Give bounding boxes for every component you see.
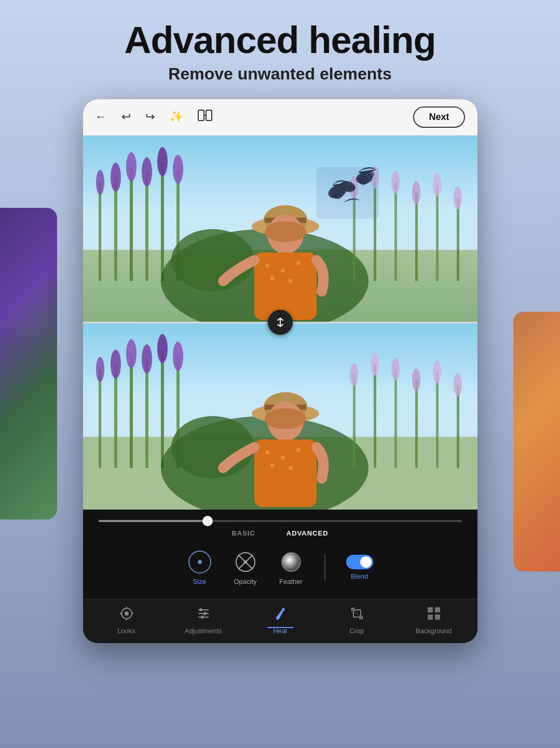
svg-point-23 — [265, 221, 306, 242]
tool-options: Size Opacity — [93, 545, 467, 594]
tool-divider — [324, 554, 325, 580]
blend-toggle[interactable] — [346, 555, 373, 569]
page-title: Advanced healing — [124, 21, 435, 60]
svg-point-106 — [282, 608, 285, 611]
image-before — [83, 136, 477, 323]
tool-opacity[interactable]: Opacity — [233, 550, 258, 585]
svg-point-27 — [296, 261, 301, 265]
svg-point-11 — [111, 163, 121, 192]
looks-label: Looks — [117, 627, 135, 635]
svg-point-28 — [270, 276, 275, 280]
toolbar-left: ← ↩ ↪ ✨ — [95, 110, 212, 124]
svg-rect-109 — [428, 607, 433, 612]
title-area: Advanced healing Remove unwanted element… — [93, 0, 467, 94]
svg-point-95 — [125, 611, 129, 616]
svg-rect-112 — [435, 615, 440, 620]
svg-point-93 — [282, 553, 301, 571]
svg-rect-80 — [415, 380, 418, 468]
svg-point-62 — [173, 342, 183, 371]
svg-rect-55 — [161, 349, 164, 468]
svg-point-76 — [289, 466, 293, 470]
slider-fill — [99, 520, 208, 522]
app-frame: ← ↩ ↪ ✨ Next — [83, 99, 477, 643]
size-label: Size — [193, 578, 206, 585]
tool-blend[interactable]: Blend — [346, 555, 373, 580]
svg-rect-6 — [130, 167, 133, 281]
svg-rect-57 — [99, 369, 101, 468]
svg-point-83 — [350, 363, 358, 386]
main-content: Advanced healing Remove unwanted element… — [0, 0, 560, 643]
nav-heal[interactable]: Heal — [259, 606, 301, 635]
svg-point-63 — [96, 357, 104, 382]
tab-advanced[interactable]: ADVANCED — [286, 529, 329, 537]
svg-rect-0 — [198, 110, 204, 121]
svg-rect-10 — [99, 182, 101, 281]
svg-rect-53 — [130, 354, 133, 468]
toolbar: ← ↩ ↪ ✨ Next — [83, 99, 477, 136]
svg-point-18 — [171, 229, 254, 291]
comparison-divider — [83, 322, 477, 323]
svg-point-15 — [173, 155, 183, 184]
background-icon — [426, 606, 442, 625]
svg-point-59 — [126, 339, 136, 368]
page-subtitle: Remove unwanted elements — [124, 64, 435, 84]
nav-adjustments[interactable]: Adjustments — [183, 606, 224, 635]
svg-point-26 — [281, 269, 285, 273]
svg-point-86 — [412, 368, 420, 391]
nav-looks[interactable]: Looks — [106, 606, 147, 635]
magic-icon[interactable]: ✨ — [169, 110, 183, 124]
svg-rect-52 — [114, 364, 117, 468]
looks-icon — [119, 606, 134, 625]
next-button[interactable]: Next — [413, 106, 465, 128]
nav-crop[interactable]: Crop — [336, 606, 378, 635]
size-icon — [187, 550, 212, 575]
back-icon[interactable]: ← — [95, 110, 107, 124]
svg-rect-24 — [254, 252, 317, 320]
svg-point-101 — [199, 608, 202, 611]
svg-rect-35 — [457, 198, 459, 281]
nav-background[interactable]: Background — [413, 606, 455, 635]
svg-point-61 — [157, 334, 168, 363]
opacity-icon — [233, 550, 258, 575]
svg-point-105 — [201, 616, 204, 619]
tool-size[interactable]: Size — [187, 550, 212, 585]
svg-point-13 — [142, 157, 152, 186]
svg-point-12 — [126, 152, 136, 181]
svg-point-88 — [454, 373, 462, 396]
slider-track — [99, 520, 462, 522]
opacity-label: Opacity — [234, 578, 256, 585]
heal-label: Heal — [273, 627, 287, 635]
svg-rect-110 — [435, 607, 440, 612]
feather-icon — [279, 550, 304, 575]
slider-thumb[interactable] — [202, 516, 213, 526]
svg-rect-8 — [161, 162, 164, 281]
crop-icon — [349, 606, 365, 625]
blend-label: Blend — [351, 572, 368, 580]
tab-basic[interactable]: BASIC — [231, 529, 255, 537]
svg-point-65 — [171, 416, 254, 478]
slider-container[interactable] — [93, 518, 467, 529]
svg-rect-71 — [254, 439, 317, 507]
undo-icon[interactable]: ↩ — [121, 110, 131, 124]
svg-point-41 — [454, 186, 462, 209]
image-after — [83, 323, 477, 510]
image-comparison-area — [83, 136, 477, 510]
svg-point-39 — [412, 181, 420, 204]
svg-point-84 — [371, 353, 379, 376]
redo-icon[interactable]: ↪ — [145, 110, 155, 124]
svg-point-73 — [281, 456, 285, 460]
svg-rect-111 — [428, 615, 433, 620]
svg-rect-81 — [436, 372, 439, 468]
svg-point-14 — [157, 147, 168, 176]
compare-icon[interactable] — [198, 110, 212, 124]
bottom-nav: Looks Adjustments — [83, 599, 477, 643]
background-label: Background — [416, 627, 452, 635]
svg-rect-32 — [394, 182, 397, 281]
svg-rect-79 — [394, 369, 397, 468]
tool-feather[interactable]: Feather — [279, 550, 304, 585]
adjustments-label: Adjustments — [185, 627, 222, 635]
heal-icon — [272, 606, 288, 625]
divider-handle[interactable] — [268, 310, 293, 335]
svg-point-25 — [265, 263, 269, 268]
svg-rect-54 — [145, 359, 148, 468]
